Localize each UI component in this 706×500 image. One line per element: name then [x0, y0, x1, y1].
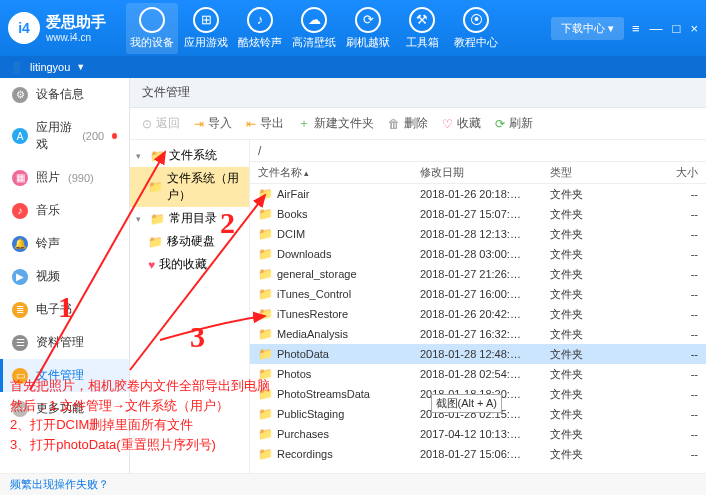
newfolder-button[interactable]: ＋新建文件夹	[298, 115, 374, 132]
download-center-button[interactable]: 下载中心 ▾	[551, 17, 624, 40]
sidebar-item-4[interactable]: 🔔铃声	[0, 227, 129, 260]
plus-icon: ＋	[298, 115, 310, 132]
file-row[interactable]: 📁iTunes_Control2018-01-27 16:00:…文件夹--	[250, 284, 706, 304]
file-row[interactable]: 📁general_storage2018-01-27 21:26:…文件夹--	[250, 264, 706, 284]
file-row[interactable]: 📁Downloads2018-01-28 03:00:…文件夹--	[250, 244, 706, 264]
maximize-icon[interactable]: □	[673, 21, 681, 36]
delete-button[interactable]: 🗑删除	[388, 115, 428, 132]
minimize-icon[interactable]: —	[650, 21, 663, 36]
refresh-button[interactable]: ⟳刷新	[495, 115, 533, 132]
file-row[interactable]: 📁AirFair2018-01-26 20:18:…文件夹--	[250, 184, 706, 204]
status-bar: 频繁出现操作失败？	[0, 473, 706, 495]
username: litingyou	[30, 61, 70, 73]
sidebar-icon: ⋯	[12, 401, 28, 417]
breadcrumb: 文件管理	[130, 78, 706, 108]
sidebar-item-2[interactable]: ▦照片(990)	[0, 161, 129, 194]
folder-icon: 📁	[258, 267, 273, 281]
file-row[interactable]: 📁iTunesRestore2018-01-26 20:42:…文件夹--	[250, 304, 706, 324]
tree-common[interactable]: ▾📁常用目录	[130, 207, 249, 230]
refresh-icon: ⟳	[495, 117, 505, 131]
trash-icon: 🗑	[388, 117, 400, 131]
file-row[interactable]: 📁Purchases2017-04-12 10:13:…文件夹--	[250, 424, 706, 444]
favorite-button[interactable]: ♡收藏	[442, 115, 481, 132]
collapse-icon[interactable]: ▾	[136, 151, 146, 161]
screenshot-tooltip: 截图(Alt + A)	[431, 394, 502, 413]
sort-asc-icon: ▴	[304, 168, 309, 178]
file-row[interactable]: 📁PhotoData2018-01-28 12:48:…文件夹--	[250, 344, 706, 364]
settings-icon[interactable]: ≡	[632, 21, 640, 36]
sidebar-item-9[interactable]: ⋯更多功能	[0, 392, 129, 425]
sidebar-item-6[interactable]: ≣电子书	[0, 293, 129, 326]
sidebar-item-3[interactable]: ♪音乐	[0, 194, 129, 227]
file-row[interactable]: 📁MediaAnalysis2018-01-27 16:32:…文件夹--	[250, 324, 706, 344]
folder-icon: 📁	[258, 227, 273, 241]
sidebar-icon: ⚙	[12, 87, 28, 103]
nav-3[interactable]: ☁高清壁纸	[288, 3, 340, 54]
export-button[interactable]: ⇤导出	[246, 115, 284, 132]
close-icon[interactable]: ×	[690, 21, 698, 36]
import-button[interactable]: ⇥导入	[194, 115, 232, 132]
app-url: www.i4.cn	[46, 32, 106, 43]
app-name: 爱思助手	[46, 13, 106, 32]
sidebar-icon: ▦	[12, 170, 28, 186]
chevron-down-icon[interactable]: ▼	[76, 62, 85, 72]
tree-root[interactable]: ▾📁文件系统	[130, 144, 249, 167]
toolbar: ⊙返回 ⇥导入 ⇤导出 ＋新建文件夹 🗑删除 ♡收藏 ⟳刷新	[130, 108, 706, 140]
sidebar-item-7[interactable]: ☰资料管理	[0, 326, 129, 359]
back-icon: ⊙	[142, 117, 152, 131]
col-type[interactable]: 类型	[550, 165, 620, 180]
help-link[interactable]: 频繁出现操作失败？	[10, 477, 109, 492]
nav-icon: ☁	[301, 7, 327, 33]
heart-icon: ♥	[148, 258, 155, 272]
badge-dot	[112, 133, 117, 139]
col-size[interactable]: 大小	[620, 165, 706, 180]
file-row[interactable]: 📁Recordings2018-01-27 15:06:…文件夹--	[250, 444, 706, 464]
file-row[interactable]: 📁Books2018-01-27 15:07:…文件夹--	[250, 204, 706, 224]
nav-icon: ⦿	[463, 7, 489, 33]
folder-icon: 📁	[258, 307, 273, 321]
sidebar: ⚙设备信息A应用游戏(200▦照片(990)♪音乐🔔铃声▶视频≣电子书☰资料管理…	[0, 78, 130, 473]
nav-icon: ⟳	[355, 7, 381, 33]
file-rows: 📁AirFair2018-01-26 20:18:…文件夹--📁Books201…	[250, 184, 706, 473]
folder-icon: 📁	[148, 180, 163, 194]
tree-user-fs[interactable]: 📁文件系统（用户）	[130, 167, 249, 207]
nav-6[interactable]: ⦿教程中心	[450, 3, 502, 54]
nav-icon	[139, 7, 165, 33]
nav-0[interactable]: 我的设备	[126, 3, 178, 54]
folder-icon: 📁	[150, 149, 165, 163]
column-headers: 文件名称▴ 修改日期 类型 大小	[250, 162, 706, 184]
folder-icon: 📁	[258, 287, 273, 301]
folder-icon: 📁	[258, 347, 273, 361]
nav-icon: ⚒	[409, 7, 435, 33]
file-row[interactable]: 📁Photos2018-01-28 02:54:…文件夹--	[250, 364, 706, 384]
tree-mobile-disk[interactable]: 📁移动硬盘	[130, 230, 249, 253]
sidebar-icon: ≣	[12, 302, 28, 318]
sidebar-icon: ☰	[12, 335, 28, 351]
nav-1[interactable]: ⊞应用游戏	[180, 3, 232, 54]
export-icon: ⇤	[246, 117, 256, 131]
collapse-icon[interactable]: ▾	[136, 214, 146, 224]
nav-2[interactable]: ♪酷炫铃声	[234, 3, 286, 54]
sidebar-item-5[interactable]: ▶视频	[0, 260, 129, 293]
folder-icon: 📁	[258, 447, 273, 461]
sidebar-icon: ▶	[12, 269, 28, 285]
file-row[interactable]: 📁DCIM2018-01-28 12:13:…文件夹--	[250, 224, 706, 244]
col-name[interactable]: 文件名称▴	[250, 165, 420, 180]
nav-icon: ⊞	[193, 7, 219, 33]
top-nav: 我的设备⊞应用游戏♪酷炫铃声☁高清壁纸⟳刷机越狱⚒工具箱⦿教程中心	[126, 3, 502, 54]
folder-icon: 📁	[258, 207, 273, 221]
folder-icon: 📁	[148, 235, 163, 249]
tree-favorites[interactable]: ♥我的收藏	[130, 253, 249, 276]
nav-4[interactable]: ⟳刷机越狱	[342, 3, 394, 54]
sidebar-item-0[interactable]: ⚙设备信息	[0, 78, 129, 111]
back-button[interactable]: ⊙返回	[142, 115, 180, 132]
folder-tree: ▾📁文件系统 📁文件系统（用户） ▾📁常用目录 📁移动硬盘 ♥我的收藏	[130, 140, 250, 473]
user-icon: 👤	[10, 61, 24, 74]
logo-icon: i4	[8, 12, 40, 44]
sidebar-item-1[interactable]: A应用游戏(200	[0, 111, 129, 161]
sidebar-item-8[interactable]: ▭文件管理	[0, 359, 129, 392]
nav-5[interactable]: ⚒工具箱	[396, 3, 448, 54]
heart-icon: ♡	[442, 117, 453, 131]
path-display: /	[250, 140, 706, 162]
col-modified[interactable]: 修改日期	[420, 165, 550, 180]
